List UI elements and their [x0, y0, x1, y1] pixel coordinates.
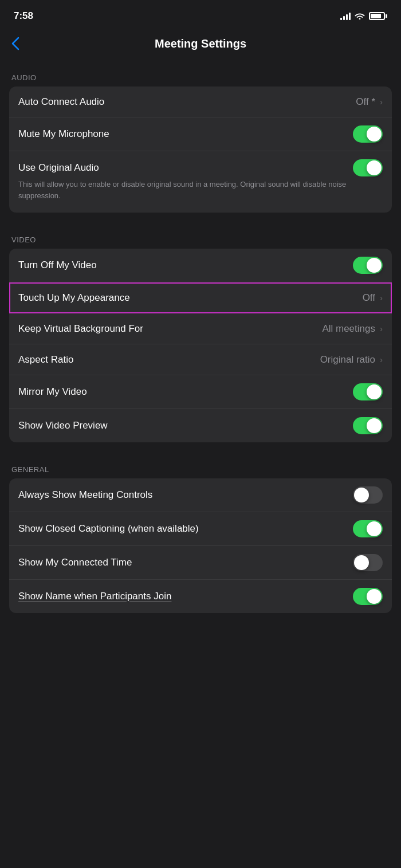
mirror-video-toggle[interactable]: [353, 383, 383, 400]
show-name-join-label: Show Name when Participants Join: [18, 591, 353, 602]
show-video-preview-label: Show Video Preview: [18, 420, 353, 431]
always-show-controls-knob: [354, 488, 369, 502]
wifi-icon: [355, 11, 365, 21]
mirror-video-knob: [367, 384, 382, 399]
video-section-header: VIDEO: [0, 224, 401, 249]
connected-time-row: Show My Connected Time: [9, 546, 392, 580]
connected-time-knob: [354, 555, 369, 570]
closed-captioning-knob: [367, 521, 382, 536]
always-show-controls-row: Always Show Meeting Controls: [9, 478, 392, 512]
show-name-join-knob: [367, 589, 382, 604]
keep-virtual-background-right: All meetings ›: [322, 323, 383, 335]
touch-up-appearance-label: Touch Up My Appearance: [18, 292, 363, 304]
mirror-video-row: Mirror My Video: [9, 375, 392, 409]
connected-time-toggle[interactable]: [353, 554, 383, 571]
auto-connect-audio-row[interactable]: Auto Connect Audio Off * ›: [9, 87, 392, 117]
mute-microphone-label: Mute My Microphone: [18, 128, 353, 140]
video-settings-group: Turn Off My Video Touch Up My Appearance…: [9, 249, 392, 442]
keep-virtual-background-row[interactable]: Keep Virtual Background For All meetings…: [9, 313, 392, 344]
use-original-audio-toggle[interactable]: [353, 159, 383, 176]
touch-up-appearance-chevron: ›: [380, 293, 383, 303]
status-bar: 7:58: [0, 0, 401, 29]
aspect-ratio-value: Original ratio: [320, 354, 375, 366]
general-section-header: GENERAL: [0, 454, 401, 478]
use-original-audio-knob: [367, 160, 382, 175]
turn-off-video-knob: [367, 258, 382, 273]
audio-settings-group: Auto Connect Audio Off * › Mute My Micro…: [9, 87, 392, 213]
battery-icon: [369, 12, 387, 20]
nav-header: Meeting Settings: [0, 29, 401, 62]
show-video-preview-row: Show Video Preview: [9, 409, 392, 442]
always-show-controls-label: Always Show Meeting Controls: [18, 489, 353, 501]
show-name-join-toggle[interactable]: [353, 588, 383, 605]
touch-up-appearance-value: Off: [363, 292, 375, 304]
aspect-ratio-row[interactable]: Aspect Ratio Original ratio ›: [9, 344, 392, 375]
mute-microphone-toggle[interactable]: [353, 125, 383, 143]
show-video-preview-toggle[interactable]: [353, 417, 383, 434]
closed-captioning-row: Show Closed Captioning (when available): [9, 512, 392, 546]
closed-captioning-label: Show Closed Captioning (when available): [18, 523, 353, 535]
page-title: Meeting Settings: [155, 37, 246, 50]
keep-virtual-background-value: All meetings: [322, 323, 375, 335]
status-time: 7:58: [14, 10, 33, 22]
connected-time-label: Show My Connected Time: [18, 557, 353, 568]
mute-microphone-knob: [367, 127, 382, 142]
use-original-audio-label: Use Original Audio: [18, 162, 353, 174]
turn-off-video-toggle[interactable]: [353, 257, 383, 274]
turn-off-video-row: Turn Off My Video: [9, 249, 392, 282]
mirror-video-label: Mirror My Video: [18, 386, 353, 398]
aspect-ratio-chevron: ›: [380, 355, 383, 364]
auto-connect-audio-value: Off *: [356, 96, 375, 108]
show-video-preview-knob: [367, 418, 382, 433]
keep-virtual-background-label: Keep Virtual Background For: [18, 323, 322, 335]
aspect-ratio-label: Aspect Ratio: [18, 354, 320, 366]
back-button[interactable]: [11, 34, 24, 53]
keep-virtual-background-chevron: ›: [380, 324, 383, 333]
aspect-ratio-right: Original ratio ›: [320, 354, 383, 366]
closed-captioning-toggle[interactable]: [353, 520, 383, 537]
signal-icon: [340, 12, 351, 20]
turn-off-video-label: Turn Off My Video: [18, 260, 353, 271]
auto-connect-audio-chevron: ›: [380, 97, 383, 107]
touch-up-appearance-right: Off ›: [363, 292, 383, 304]
general-settings-group: Always Show Meeting Controls Show Closed…: [9, 478, 392, 613]
use-original-audio-description: This will allow you to enable or disable…: [18, 179, 383, 205]
touch-up-appearance-row[interactable]: Touch Up My Appearance Off ›: [9, 282, 392, 313]
auto-connect-audio-label: Auto Connect Audio: [18, 96, 356, 108]
status-icons: [340, 11, 387, 21]
mute-microphone-row: Mute My Microphone: [9, 117, 392, 151]
show-name-join-row: Show Name when Participants Join: [9, 580, 392, 613]
auto-connect-audio-right: Off * ›: [356, 96, 383, 108]
use-original-audio-row: Use Original Audio This will allow you t…: [9, 151, 392, 213]
audio-section-header: AUDIO: [0, 62, 401, 87]
always-show-controls-toggle[interactable]: [353, 486, 383, 504]
